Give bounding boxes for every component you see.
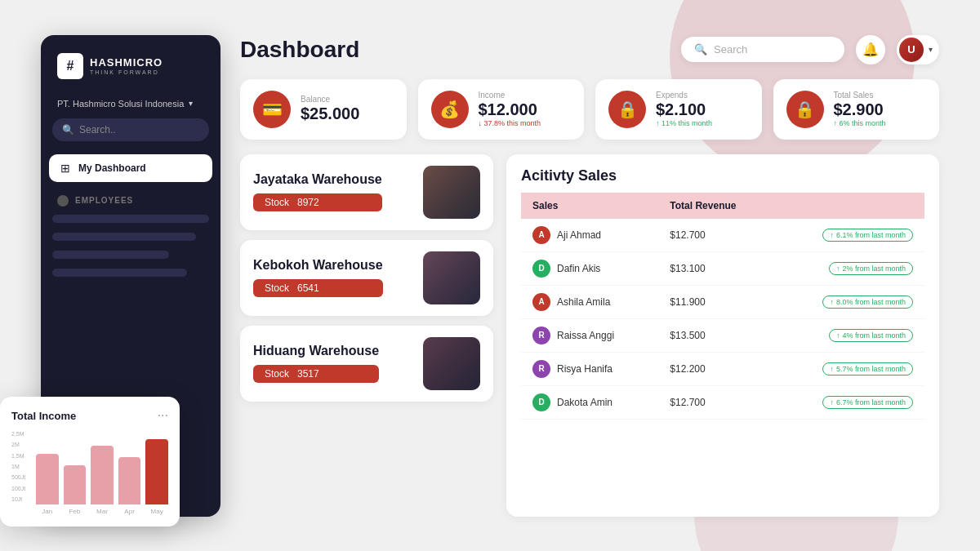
sales-name-cell: A Aji Ahmad (521, 219, 658, 252)
activity-sales-panel: Acitivty Sales Sales Total Revenue A Aji… (506, 154, 939, 517)
stock-value-jayataka: 8972 (297, 197, 319, 208)
activity-sales-table: Sales Total Revenue A Aji Ahmad $12.700 … (521, 193, 924, 420)
sidebar-logo: # HASHMICRO THINK FORWARD (41, 35, 220, 92)
sales-name-cell: A Ashila Amila (521, 285, 658, 318)
sales-avatar: A (532, 293, 550, 311)
balance-icon: 💳 (253, 91, 291, 128)
stat-value-balance: $25.000 (301, 105, 359, 122)
sales-revenue: $12.700 (658, 219, 775, 252)
chart-bar (118, 457, 141, 504)
sales-revenue: $13.100 (658, 251, 775, 285)
sales-name-cell: R Raissa Anggi (521, 318, 658, 352)
col-header-revenue: Total Revenue (658, 193, 775, 219)
sales-name: Risya Hanifa (557, 363, 612, 375)
warehouse-name-hiduang: Hiduang Warehouse (253, 344, 379, 358)
sidebar-search-bar[interactable]: 🔍 (52, 118, 209, 141)
page-title: Dashboard (240, 37, 359, 63)
header-actions: 🔍 🔔 U ▾ (681, 35, 939, 64)
header-search-input[interactable] (714, 43, 831, 56)
search-icon: 🔍 (62, 124, 74, 136)
warehouse-name-kebokoh: Kebokoh Warehouse (253, 258, 383, 273)
warehouse-image-jayataka (423, 166, 480, 219)
sales-revenue: $12.200 (658, 352, 775, 385)
sidebar-skeleton-4 (52, 269, 187, 277)
sales-change: ↑ 6.1% from last month (776, 219, 924, 252)
avatar: U (899, 38, 924, 62)
sales-avatar: R (532, 327, 550, 344)
sales-name: Ashila Amila (557, 296, 610, 308)
dashboard-icon: ⊞ (60, 162, 70, 175)
chart-x-label: May (145, 508, 168, 515)
stat-label-expends: Expends (656, 91, 712, 100)
table-row: D Dafin Akis $13.100 ↑ 2% from last mont… (521, 251, 924, 285)
warehouse-card-jayataka: Jayataka Warehouse Stock 8972 (240, 154, 493, 230)
logo-icon: # (57, 53, 83, 79)
y-label-3: 1,5M (11, 453, 33, 459)
stat-label-totalsales: Total Sales (834, 91, 886, 100)
main-content: Dashboard 🔍 🔔 U ▾ 💳 Balance $25.000 (220, 35, 939, 517)
stock-badge-hiduang: Stock 3517 (253, 365, 379, 383)
chevron-down-icon: ▾ (189, 99, 193, 108)
totalsales-icon: 🔒 (786, 91, 824, 128)
sales-name: Aji Ahmad (557, 229, 601, 241)
stats-row: 💳 Balance $25.000 💰 Income $12.000 ↓ 37.… (240, 79, 939, 140)
table-row: R Raissa Anggi $13.500 ↑ 4% from last mo… (521, 318, 924, 352)
table-row: D Dakota Amin $12.700 ↑ 6.7% from last m… (521, 385, 924, 419)
stat-value-expends: $2.100 (656, 101, 712, 118)
sales-change: ↑ 8.0% from last month (776, 285, 924, 318)
stat-value-income: $12.000 (479, 101, 541, 118)
y-label-7: 10Jt (11, 496, 33, 502)
sidebar-skeleton-3 (52, 251, 169, 259)
stock-badge-jayataka: Stock 8972 (253, 193, 382, 211)
logo-title: HASHMICRO (90, 57, 163, 68)
stat-label-balance: Balance (301, 95, 359, 104)
sales-revenue: $11.900 (658, 285, 775, 318)
warehouse-image-kebokoh (423, 251, 480, 304)
user-avatar-button[interactable]: U ▾ (897, 35, 939, 64)
sidebar-skeleton-1 (52, 215, 209, 223)
chevron-down-icon: ▾ (929, 45, 933, 54)
sales-name-cell: D Dafin Akis (521, 251, 658, 285)
y-label-5: 500Jt (11, 474, 33, 480)
table-row: A Aji Ahmad $12.700 ↑ 6.1% from last mon… (521, 219, 924, 252)
stat-card-income: 💰 Income $12.000 ↓ 37.8% this month (418, 79, 585, 140)
company-selector[interactable]: PT. Hashmicro Solusi Indonesia ▾ (41, 92, 220, 118)
stock-value-kebokoh: 6541 (297, 282, 319, 294)
chart-bar (36, 454, 59, 504)
company-name: PT. Hashmicro Solusi Indonesia (57, 99, 184, 109)
notification-button[interactable]: 🔔 (856, 35, 885, 64)
chart-x-label: Feb (64, 508, 87, 515)
col-header-sales: Sales (521, 193, 658, 219)
chart-bar (64, 465, 87, 504)
chart-x-label: Jan (36, 508, 59, 515)
sales-name-cell: D Dakota Amin (521, 385, 658, 419)
sidebar-search-input[interactable] (79, 124, 199, 136)
warehouses-column: Jayataka Warehouse Stock 8972 Kebokoh Wa… (240, 154, 493, 517)
y-label-6: 100Jt (11, 486, 33, 491)
sales-change: ↑ 2% from last month (776, 251, 924, 285)
stat-value-totalsales: $2.900 (834, 101, 886, 118)
stat-card-totalsales: 🔒 Total Sales $2.900 ↑ 6% this month (773, 79, 940, 140)
header-search-bar[interactable]: 🔍 (681, 37, 844, 62)
chart-bar (145, 439, 168, 504)
sales-name: Raissa Anggi (557, 330, 614, 341)
stat-card-balance: 💳 Balance $25.000 (240, 79, 407, 140)
sales-avatar: D (532, 393, 550, 411)
more-options-button[interactable]: ··· (158, 408, 168, 423)
sidebar-item-dashboard[interactable]: ⊞ My Dashboard (49, 154, 212, 182)
sales-avatar: R (532, 360, 550, 378)
bottom-row: Jayataka Warehouse Stock 8972 Kebokoh Wa… (240, 154, 939, 517)
income-chart-card: Total Income ··· 2,5M 2M 1,5M 1M 500Jt 1… (0, 397, 180, 527)
sidebar-section-employees: EMPLOYEES (41, 184, 220, 211)
stock-value-hiduang: 3517 (297, 368, 319, 380)
header: Dashboard 🔍 🔔 U ▾ (240, 35, 939, 64)
sidebar-item-label: My Dashboard (78, 162, 146, 174)
stat-change-income: ↓ 37.8% this month (479, 119, 541, 127)
sidebar-skeleton-2 (52, 233, 196, 241)
sales-revenue: $12.700 (658, 385, 775, 419)
table-row: A Ashila Amila $11.900 ↑ 8.0% from last … (521, 285, 924, 318)
logo-subtitle: THINK FORWARD (90, 69, 163, 75)
stat-card-expends: 🔒 Expends $2.100 ↑ 11% this month (595, 79, 762, 140)
employees-section-label: EMPLOYEES (75, 196, 133, 205)
income-icon: 💰 (431, 91, 469, 128)
